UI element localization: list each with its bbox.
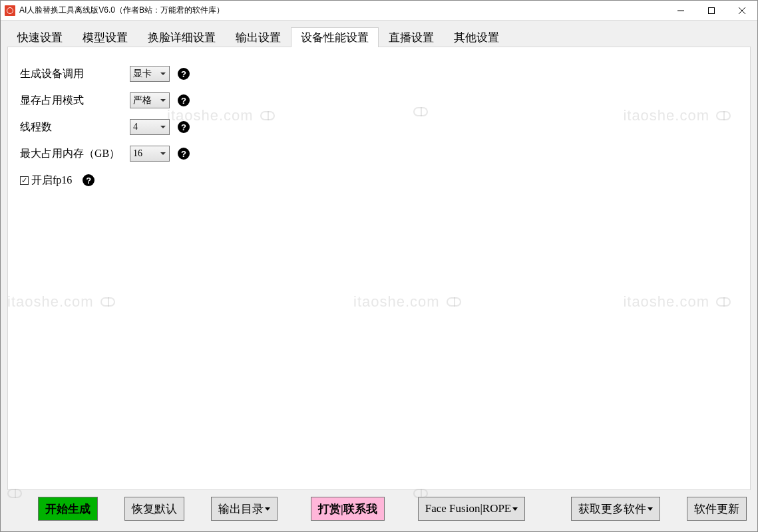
window-title: AI人脸替换工具离线版V6.0（作者B站：万能君的软件库） — [19, 5, 224, 16]
combo-vram[interactable]: 严格 — [130, 92, 170, 108]
label-device: 生成设备调用 — [20, 67, 130, 81]
minimize-button[interactable] — [665, 1, 696, 20]
start-button[interactable]: 开始生成 — [38, 497, 98, 521]
row-threads: 线程数 4 ? — [20, 114, 738, 140]
checkbox-fp16[interactable]: ✓ — [20, 176, 29, 185]
help-icon[interactable]: ? — [178, 94, 190, 106]
window-controls — [665, 1, 757, 20]
outdir-button[interactable]: 输出目录 — [211, 497, 278, 521]
combo-maxmem[interactable]: 16 — [130, 146, 170, 162]
help-icon[interactable]: ? — [178, 148, 190, 160]
close-button[interactable] — [727, 1, 757, 20]
tab-device-perf[interactable]: 设备性能设置 — [291, 27, 379, 47]
tab-content: 生成设备调用 显卡 ? 显存占用模式 严格 ? 线程数 4 ? 最大占用内存（G… — [7, 47, 751, 490]
combo-device-value: 显卡 — [133, 68, 152, 80]
tab-live-settings[interactable]: 直播设置 — [379, 27, 444, 47]
tab-other-settings[interactable]: 其他设置 — [444, 27, 509, 47]
combo-threads[interactable]: 4 — [130, 119, 170, 135]
combo-vram-value: 严格 — [133, 94, 152, 106]
chevron-down-icon — [265, 507, 270, 511]
label-threads: 线程数 — [20, 120, 130, 134]
reset-button[interactable]: 恢复默认 — [124, 497, 184, 521]
more-software-button[interactable]: 获取更多软件 — [571, 497, 660, 521]
help-icon[interactable]: ? — [83, 174, 95, 186]
combo-threads-value: 4 — [133, 122, 138, 132]
titlebar: AI人脸替换工具离线版V6.0（作者B站：万能君的软件库） — [1, 1, 757, 21]
label-fp16: 开启fp16 — [31, 174, 72, 188]
combo-maxmem-value: 16 — [133, 148, 142, 159]
combo-device[interactable]: 显卡 — [130, 66, 170, 82]
chevron-down-icon — [512, 507, 518, 511]
checkbox-fp16-wrapper[interactable]: ✓ 开启fp16 — [20, 174, 72, 188]
maximize-button[interactable] — [696, 1, 727, 20]
label-vram: 显存占用模式 — [20, 94, 130, 108]
tab-swap-details[interactable]: 换脸详细设置 — [138, 27, 226, 47]
bottom-bar: 开始生成 恢复默认 输出目录 打赏|联系我 Face Fusion|ROPE 获… — [7, 490, 751, 527]
svg-rect-1 — [709, 7, 715, 13]
facefusion-button[interactable]: Face Fusion|ROPE — [418, 497, 526, 521]
help-icon[interactable]: ? — [178, 121, 190, 133]
update-button[interactable]: 软件更新 — [687, 497, 747, 521]
row-vram: 显存占用模式 严格 ? — [20, 87, 738, 114]
app-icon — [5, 5, 15, 16]
donate-button[interactable]: 打赏|联系我 — [311, 497, 385, 521]
chevron-down-icon — [648, 507, 653, 511]
tab-quick-settings[interactable]: 快速设置 — [7, 27, 73, 47]
row-device: 生成设备调用 显卡 ? — [20, 61, 738, 87]
row-fp16: ✓ 开启fp16 ? — [20, 167, 738, 194]
help-icon[interactable]: ? — [178, 68, 190, 80]
tab-bar: 快速设置 模型设置 换脸详细设置 输出设置 设备性能设置 直播设置 其他设置 — [7, 27, 751, 47]
row-maxmem: 最大占用内存（GB） 16 ? — [20, 140, 738, 167]
label-maxmem: 最大占用内存（GB） — [20, 147, 130, 161]
tab-model-settings[interactable]: 模型设置 — [73, 27, 138, 47]
tab-output-settings[interactable]: 输出设置 — [226, 27, 291, 47]
client-area: itaoshe.com itaoshe.com itaoshe.com itao… — [1, 21, 757, 531]
